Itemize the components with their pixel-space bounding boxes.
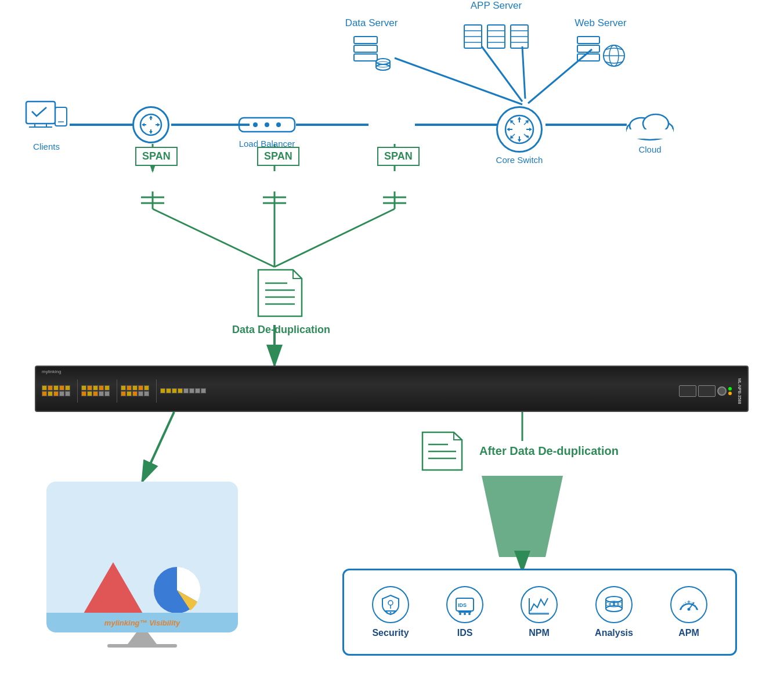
after-dedup-icon xyxy=(418,429,470,473)
tool-analysis: Analysis xyxy=(595,586,633,638)
svg-marker-57 xyxy=(529,128,532,131)
port xyxy=(132,385,138,390)
port xyxy=(48,385,53,390)
port xyxy=(53,391,59,396)
npm-icon xyxy=(521,586,558,623)
svg-point-104 xyxy=(388,601,393,605)
data-server-label: Data Server xyxy=(345,17,398,29)
security-label: Security xyxy=(372,628,409,638)
svg-rect-92 xyxy=(577,54,599,61)
port xyxy=(201,388,206,393)
svg-marker-42 xyxy=(142,123,144,126)
svg-point-107 xyxy=(386,612,388,614)
port xyxy=(87,391,92,396)
data-server-node: Data Server xyxy=(337,17,406,71)
port xyxy=(104,391,110,396)
leds xyxy=(728,387,732,395)
load-balancer-node: Load Balancer xyxy=(232,113,302,149)
port xyxy=(127,385,132,390)
load-balancer-icon xyxy=(238,113,296,136)
analysis-icon xyxy=(595,586,633,623)
port-group-4 xyxy=(160,388,207,393)
port xyxy=(59,391,64,396)
port xyxy=(93,391,98,396)
led-orange xyxy=(728,392,732,395)
dedup-label: Data De-duplication xyxy=(232,324,330,336)
svg-point-46 xyxy=(253,122,258,127)
port xyxy=(121,391,126,396)
svg-rect-90 xyxy=(577,37,599,44)
clients-node: Clients xyxy=(17,99,75,151)
security-icon xyxy=(372,586,409,623)
port xyxy=(178,388,183,393)
analysis-label: Analysis xyxy=(595,628,633,638)
svg-rect-124 xyxy=(609,603,611,606)
span-box-cs: SPAN xyxy=(377,147,420,166)
rack-divider-3 xyxy=(156,379,157,403)
monitor-base xyxy=(107,644,177,648)
svg-rect-70 xyxy=(354,37,377,44)
port xyxy=(160,388,165,393)
port xyxy=(189,388,194,393)
port xyxy=(93,385,98,390)
switch-icon xyxy=(132,106,169,143)
ids-label: IDS xyxy=(457,628,473,638)
led-green xyxy=(728,387,732,390)
core-switch-icon xyxy=(496,106,543,153)
span-box-lb: SPAN xyxy=(257,147,299,166)
svg-line-25 xyxy=(142,412,174,482)
tool-ids: IDS IDS xyxy=(446,586,483,638)
data-server-icon xyxy=(351,34,392,71)
svg-rect-71 xyxy=(354,45,377,52)
port xyxy=(138,391,143,396)
svg-point-114 xyxy=(464,613,466,615)
apm-label: APM xyxy=(678,628,699,638)
svg-line-21 xyxy=(153,209,274,267)
core-switch-label: Core Switch xyxy=(496,155,543,165)
port xyxy=(138,385,143,390)
port xyxy=(59,385,64,390)
tool-security: Security xyxy=(372,586,409,638)
pie-chart xyxy=(151,564,203,616)
rack-device: mylinking xyxy=(35,366,749,412)
port xyxy=(42,391,47,396)
tool-apm: APM xyxy=(670,586,707,638)
svg-rect-69 xyxy=(627,129,673,139)
svg-point-109 xyxy=(393,612,395,614)
span-lb: SPAN xyxy=(257,147,299,166)
after-dedup-section: After Data De-duplication xyxy=(418,429,619,473)
npm-label: NPM xyxy=(529,628,550,638)
rack-divider xyxy=(77,379,78,403)
port xyxy=(87,385,92,390)
svg-marker-51 xyxy=(518,117,521,120)
port xyxy=(132,391,138,396)
port xyxy=(65,391,70,396)
span-box-switch: SPAN xyxy=(135,147,178,166)
sfp-port xyxy=(679,385,696,397)
svg-marker-44 xyxy=(157,123,160,126)
visibility-label-bar: mylinking™ Visibility xyxy=(46,613,238,632)
svg-point-128 xyxy=(687,608,690,611)
port-group-2 xyxy=(81,385,113,396)
diagram-container: Clients Switch Load xyxy=(0,0,784,687)
dedup-icon xyxy=(252,267,310,319)
rack-right-ports xyxy=(679,385,732,397)
svg-marker-38 xyxy=(149,115,153,118)
svg-marker-27 xyxy=(482,476,563,557)
clients-label: Clients xyxy=(33,142,60,151)
svg-rect-125 xyxy=(613,601,615,606)
svg-rect-72 xyxy=(354,54,377,61)
port xyxy=(53,385,59,390)
core-switch-node: Core Switch xyxy=(487,106,551,165)
port xyxy=(195,388,200,393)
rack-divider-2 xyxy=(117,379,117,403)
svg-point-115 xyxy=(468,613,471,615)
svg-point-48 xyxy=(276,122,281,127)
port xyxy=(144,385,149,390)
clients-icon xyxy=(23,99,70,139)
svg-point-47 xyxy=(265,122,269,127)
svg-marker-65 xyxy=(526,135,529,139)
monitor-stand xyxy=(128,632,157,644)
ids-icon: IDS xyxy=(446,586,483,623)
rack-brand-label: mylinking xyxy=(42,369,61,374)
